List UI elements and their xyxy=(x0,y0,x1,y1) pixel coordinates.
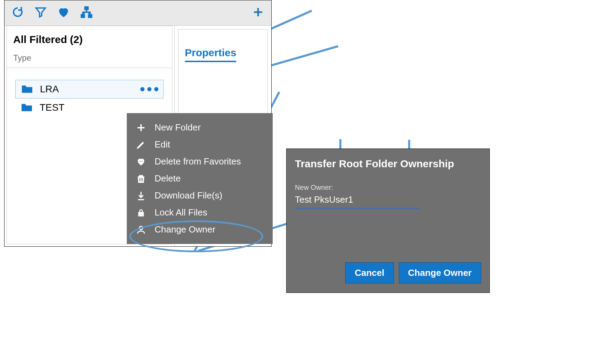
dialog-title: Transfer Root Folder Ownership xyxy=(295,158,481,170)
menu-label: Lock All Files xyxy=(155,207,207,218)
download-icon xyxy=(136,191,146,201)
lock-icon xyxy=(136,208,146,218)
svg-point-5 xyxy=(139,226,143,230)
toolbar xyxy=(5,0,271,26)
menu-lock-all[interactable]: Lock All Files xyxy=(136,207,264,218)
pencil-icon xyxy=(136,139,146,150)
panel-type-label: Type xyxy=(7,48,172,68)
folder-name: LRA xyxy=(40,84,59,95)
svg-rect-2 xyxy=(89,15,92,18)
transfer-ownership-dialog: Transfer Root Folder Ownership New Owner… xyxy=(286,149,490,293)
menu-label: Edit xyxy=(155,139,170,150)
panel-header: All Filtered (2) xyxy=(7,26,172,48)
change-owner-button[interactable]: Change Owner xyxy=(399,262,481,283)
tree-icon[interactable] xyxy=(80,6,93,20)
person-icon xyxy=(136,225,146,235)
refresh-icon[interactable] xyxy=(11,6,24,20)
menu-edit[interactable]: Edit xyxy=(136,139,264,150)
new-owner-field[interactable] xyxy=(295,193,420,209)
folder-icon xyxy=(20,84,34,94)
svg-rect-4 xyxy=(139,212,144,216)
svg-rect-3 xyxy=(139,161,143,162)
menu-label: Delete from Favorites xyxy=(155,156,241,167)
menu-delete-favorites[interactable]: Delete from Favorites xyxy=(136,156,264,167)
menu-label: New Folder xyxy=(155,122,201,133)
context-menu: New Folder Edit Delete from Favorites De… xyxy=(127,113,273,244)
cancel-button[interactable]: Cancel xyxy=(345,262,394,283)
folder-icon xyxy=(20,102,33,113)
menu-label: Delete xyxy=(155,173,181,184)
more-icon[interactable] xyxy=(140,87,158,91)
menu-label: Download File(s) xyxy=(155,190,222,201)
plus-icon xyxy=(136,122,146,133)
menu-new-folder[interactable]: New Folder xyxy=(136,122,264,133)
menu-delete[interactable]: Delete xyxy=(136,173,264,184)
folder-name: TEST xyxy=(40,102,65,113)
filter-icon[interactable] xyxy=(34,6,47,20)
trash-icon xyxy=(136,173,146,184)
menu-change-owner[interactable]: Change Owner xyxy=(136,224,264,235)
folder-row-lra[interactable]: LRA xyxy=(15,80,164,99)
menu-download[interactable]: Download File(s) xyxy=(136,190,264,201)
svg-rect-1 xyxy=(81,15,84,18)
heart-icon[interactable] xyxy=(57,6,70,20)
menu-label: Change Owner xyxy=(155,224,215,235)
tab-properties[interactable]: Properties xyxy=(185,47,236,62)
plus-icon[interactable] xyxy=(252,6,264,20)
new-owner-label: New Owner: xyxy=(295,184,481,192)
svg-rect-0 xyxy=(85,7,88,10)
heart-minus-icon xyxy=(136,156,146,167)
